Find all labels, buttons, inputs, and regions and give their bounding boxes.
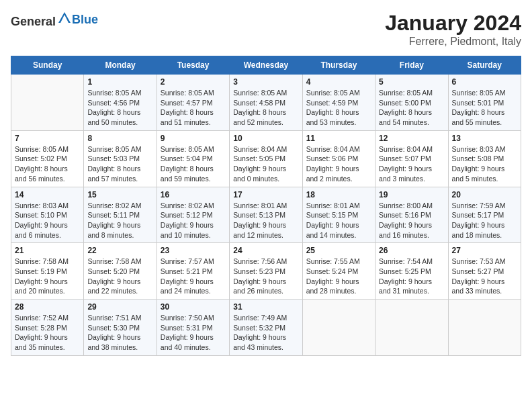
logo: General Blue xyxy=(11,11,98,29)
day-info: Sunrise: 7:57 AMSunset: 5:21 PMDaylight:… xyxy=(161,257,226,296)
day-number: 25 xyxy=(306,246,371,255)
day-number: 28 xyxy=(15,302,80,312)
calendar-cell: 16Sunrise: 8:02 AMSunset: 5:12 PMDayligh… xyxy=(157,187,229,243)
day-number: 9 xyxy=(161,134,226,143)
week-row-2: 7Sunrise: 8:05 AMSunset: 5:02 PMDaylight… xyxy=(11,130,521,187)
day-info: Sunrise: 8:05 AMSunset: 5:00 PMDaylight:… xyxy=(379,88,444,128)
day-info: Sunrise: 8:03 AMSunset: 5:08 PMDaylight:… xyxy=(452,144,517,184)
week-row-1: 1Sunrise: 8:05 AMSunset: 4:56 PMDaylight… xyxy=(11,75,521,131)
calendar-cell: 15Sunrise: 8:02 AMSunset: 5:11 PMDayligh… xyxy=(84,187,157,243)
day-info: Sunrise: 7:58 AMSunset: 5:20 PMDaylight:… xyxy=(87,257,152,296)
calendar-cell: 20Sunrise: 7:59 AMSunset: 5:17 PMDayligh… xyxy=(448,187,521,243)
calendar-cell xyxy=(375,300,448,356)
day-number: 15 xyxy=(87,190,152,199)
calendar-cell xyxy=(302,300,375,356)
week-row-3: 14Sunrise: 8:03 AMSunset: 5:10 PMDayligh… xyxy=(11,187,521,243)
day-info: Sunrise: 7:53 AMSunset: 5:27 PMDaylight:… xyxy=(452,257,517,296)
day-number: 27 xyxy=(452,246,517,255)
day-info: Sunrise: 8:05 AMSunset: 5:04 PMDaylight:… xyxy=(161,144,226,184)
calendar-cell: 8Sunrise: 8:05 AMSunset: 5:03 PMDaylight… xyxy=(84,130,157,187)
day-number: 19 xyxy=(379,190,444,199)
calendar-cell: 23Sunrise: 7:57 AMSunset: 5:21 PMDayligh… xyxy=(157,243,229,300)
logo-blue-text: Blue xyxy=(72,13,98,27)
day-info: Sunrise: 8:05 AMSunset: 5:02 PMDaylight:… xyxy=(15,144,80,184)
calendar-cell: 4Sunrise: 8:05 AMSunset: 4:59 PMDaylight… xyxy=(302,75,375,131)
day-info: Sunrise: 7:50 AMSunset: 5:31 PMDaylight:… xyxy=(161,313,226,353)
calendar-cell: 31Sunrise: 7:49 AMSunset: 5:32 PMDayligh… xyxy=(230,300,302,356)
day-info: Sunrise: 8:01 AMSunset: 5:15 PMDaylight:… xyxy=(306,201,371,240)
title-block: January 2024 Ferrere, Piedmont, Italy xyxy=(385,11,521,48)
day-info: Sunrise: 8:05 AMSunset: 4:56 PMDaylight:… xyxy=(87,88,152,128)
day-header-thursday: Thursday xyxy=(302,56,375,75)
calendar-cell: 2Sunrise: 8:05 AMSunset: 4:57 PMDaylight… xyxy=(157,75,229,131)
day-info: Sunrise: 7:59 AMSunset: 5:17 PMDaylight:… xyxy=(452,201,517,240)
calendar-cell: 3Sunrise: 8:05 AMSunset: 4:58 PMDaylight… xyxy=(230,75,302,131)
calendar-cell: 22Sunrise: 7:58 AMSunset: 5:20 PMDayligh… xyxy=(84,243,157,300)
day-number: 2 xyxy=(161,77,226,87)
day-number: 22 xyxy=(87,246,152,255)
week-row-5: 28Sunrise: 7:52 AMSunset: 5:28 PMDayligh… xyxy=(11,300,521,356)
logo-general-text: General xyxy=(11,15,56,28)
day-number: 3 xyxy=(233,77,298,87)
calendar-cell: 25Sunrise: 7:55 AMSunset: 5:24 PMDayligh… xyxy=(302,243,375,300)
calendar-cell: 28Sunrise: 7:52 AMSunset: 5:28 PMDayligh… xyxy=(11,300,84,356)
day-info: Sunrise: 8:02 AMSunset: 5:11 PMDaylight:… xyxy=(87,201,152,240)
calendar-cell: 9Sunrise: 8:05 AMSunset: 5:04 PMDaylight… xyxy=(157,130,229,187)
calendar-table: SundayMondayTuesdayWednesdayThursdayFrid… xyxy=(11,56,521,356)
day-number: 1 xyxy=(87,77,152,87)
header-row: SundayMondayTuesdayWednesdayThursdayFrid… xyxy=(11,56,521,75)
day-info: Sunrise: 8:03 AMSunset: 5:10 PMDaylight:… xyxy=(15,201,80,240)
day-number: 20 xyxy=(452,190,517,199)
calendar-cell: 24Sunrise: 7:56 AMSunset: 5:23 PMDayligh… xyxy=(230,243,302,300)
day-header-friday: Friday xyxy=(375,56,448,75)
day-info: Sunrise: 8:00 AMSunset: 5:16 PMDaylight:… xyxy=(379,201,444,240)
location-title: Ferrere, Piedmont, Italy xyxy=(385,36,521,48)
calendar-cell: 10Sunrise: 8:04 AMSunset: 5:05 PMDayligh… xyxy=(230,130,302,187)
day-number: 16 xyxy=(161,190,226,199)
day-number: 17 xyxy=(233,190,298,199)
calendar-cell: 7Sunrise: 8:05 AMSunset: 5:02 PMDaylight… xyxy=(11,130,84,187)
calendar-cell: 1Sunrise: 8:05 AMSunset: 4:56 PMDaylight… xyxy=(84,75,157,131)
calendar-cell: 6Sunrise: 8:05 AMSunset: 5:01 PMDaylight… xyxy=(448,75,521,131)
calendar-cell xyxy=(448,300,521,356)
day-number: 31 xyxy=(233,302,298,312)
day-info: Sunrise: 7:55 AMSunset: 5:24 PMDaylight:… xyxy=(306,257,371,296)
day-number: 23 xyxy=(161,246,226,255)
logo-icon xyxy=(57,11,72,26)
day-number: 26 xyxy=(379,246,444,255)
page-header: General Blue January 2024 Ferrere, Piedm… xyxy=(11,11,521,48)
day-info: Sunrise: 8:01 AMSunset: 5:13 PMDaylight:… xyxy=(233,201,298,240)
day-info: Sunrise: 7:58 AMSunset: 5:19 PMDaylight:… xyxy=(15,257,80,296)
calendar-cell: 17Sunrise: 8:01 AMSunset: 5:13 PMDayligh… xyxy=(230,187,302,243)
calendar-cell xyxy=(11,75,84,131)
day-info: Sunrise: 7:56 AMSunset: 5:23 PMDaylight:… xyxy=(233,257,298,296)
calendar-cell: 27Sunrise: 7:53 AMSunset: 5:27 PMDayligh… xyxy=(448,243,521,300)
day-number: 14 xyxy=(15,190,80,199)
day-info: Sunrise: 8:05 AMSunset: 5:03 PMDaylight:… xyxy=(87,144,152,184)
day-number: 13 xyxy=(452,134,517,143)
calendar-cell: 30Sunrise: 7:50 AMSunset: 5:31 PMDayligh… xyxy=(157,300,229,356)
day-number: 6 xyxy=(452,77,517,87)
day-info: Sunrise: 8:04 AMSunset: 5:06 PMDaylight:… xyxy=(306,144,371,184)
calendar-cell: 13Sunrise: 8:03 AMSunset: 5:08 PMDayligh… xyxy=(448,130,521,187)
day-number: 24 xyxy=(233,246,298,255)
day-info: Sunrise: 8:05 AMSunset: 4:59 PMDaylight:… xyxy=(306,88,371,128)
day-number: 29 xyxy=(87,302,152,312)
day-number: 11 xyxy=(306,134,371,143)
day-info: Sunrise: 7:52 AMSunset: 5:28 PMDaylight:… xyxy=(15,313,80,353)
calendar-cell: 19Sunrise: 8:00 AMSunset: 5:16 PMDayligh… xyxy=(375,187,448,243)
day-number: 12 xyxy=(379,134,444,143)
day-header-sunday: Sunday xyxy=(11,56,84,75)
day-info: Sunrise: 8:04 AMSunset: 5:05 PMDaylight:… xyxy=(233,144,298,184)
month-title: January 2024 xyxy=(385,11,521,36)
calendar-cell: 21Sunrise: 7:58 AMSunset: 5:19 PMDayligh… xyxy=(11,243,84,300)
calendar-cell: 12Sunrise: 8:04 AMSunset: 5:07 PMDayligh… xyxy=(375,130,448,187)
day-number: 7 xyxy=(15,134,80,143)
day-number: 4 xyxy=(306,77,371,87)
calendar-cell: 5Sunrise: 8:05 AMSunset: 5:00 PMDaylight… xyxy=(375,75,448,131)
day-header-monday: Monday xyxy=(84,56,157,75)
day-info: Sunrise: 8:04 AMSunset: 5:07 PMDaylight:… xyxy=(379,144,444,184)
day-number: 18 xyxy=(306,190,371,199)
day-header-tuesday: Tuesday xyxy=(157,56,229,75)
day-info: Sunrise: 8:05 AMSunset: 4:58 PMDaylight:… xyxy=(233,88,298,128)
